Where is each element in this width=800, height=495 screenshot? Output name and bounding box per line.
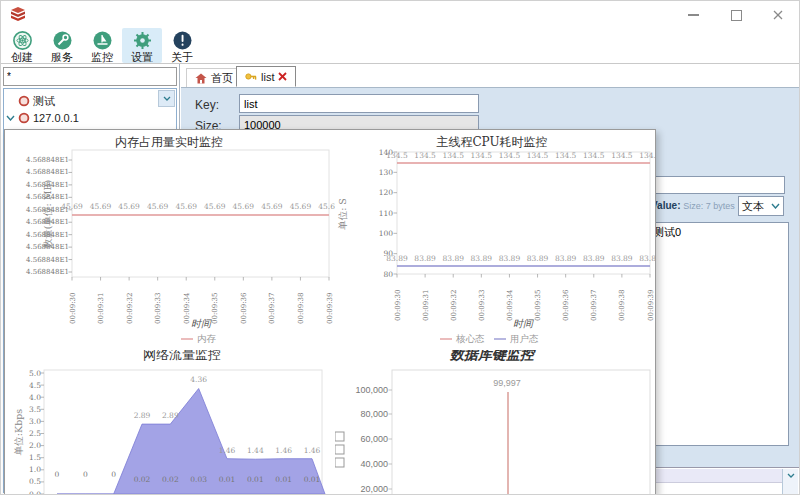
svg-text:45.69: 45.69 (204, 202, 226, 211)
toolbar-item-service[interactable]: 服务 (42, 28, 82, 63)
maximize-icon (731, 10, 742, 21)
svg-text:0.03: 0.03 (190, 475, 207, 484)
svg-text:00:09:39: 00:09:39 (326, 293, 334, 324)
svg-text:00:09:33: 00:09:33 (478, 290, 486, 321)
svg-text:用户态: 用户态 (510, 333, 539, 344)
tab-close-icon[interactable] (278, 72, 287, 81)
svg-text:单位: S: 单位: S (337, 198, 348, 231)
svg-text:1.46: 1.46 (275, 446, 292, 455)
toolbar-item-label: 创建 (2, 51, 42, 63)
chevron-down-icon (771, 203, 780, 209)
tree-item-127-0-0-1[interactable]: 127.0.0.1 (4, 110, 178, 126)
svg-text:内存占用量实时监控: 内存占用量实时监控 (115, 135, 223, 149)
svg-text:2.89: 2.89 (134, 411, 151, 420)
scroll-up-button[interactable] (783, 469, 798, 482)
toolbar-item-settings[interactable]: 设置 (122, 28, 162, 63)
svg-text:0: 0 (111, 470, 116, 479)
svg-text:时间: 时间 (513, 318, 534, 329)
svg-text:134.5: 134.5 (639, 151, 655, 160)
svg-text:83.89: 83.89 (414, 254, 436, 263)
minimize-icon (688, 14, 699, 16)
toolbar-item-label: 服务 (42, 51, 82, 63)
value-type-select[interactable]: 文本 (738, 196, 784, 216)
svg-text:1.5: 1.5 (29, 453, 41, 462)
svg-text:0.02: 0.02 (134, 475, 151, 484)
about-icon (172, 30, 193, 51)
svg-text:20,000: 20,000 (360, 484, 388, 494)
svg-text:2.0: 2.0 (29, 441, 41, 450)
svg-text:0.01: 0.01 (219, 475, 236, 484)
svg-text:4.0: 4.0 (29, 393, 41, 402)
svg-text:时间: 时间 (191, 318, 212, 329)
maximize-button[interactable] (722, 6, 750, 24)
close-button[interactable] (764, 6, 792, 24)
svg-text:130: 130 (379, 168, 394, 177)
svg-text:3.5: 3.5 (29, 405, 41, 414)
key-filter-input[interactable] (3, 67, 177, 86)
svg-text:134.5: 134.5 (499, 151, 521, 160)
svg-text:00:09:31: 00:09:31 (422, 290, 430, 321)
svg-text:0.01: 0.01 (275, 475, 292, 484)
svg-text:60,000: 60,000 (360, 434, 388, 444)
svg-text:4.5: 4.5 (29, 381, 41, 390)
tabbar: 首页 list (181, 65, 799, 88)
svg-text:1.0: 1.0 (29, 465, 41, 474)
svg-text:00:09:39: 00:09:39 (647, 290, 655, 321)
svg-text:40,000: 40,000 (360, 459, 388, 469)
value-type-selected: 文本 (742, 199, 764, 214)
svg-text:134.5: 134.5 (442, 151, 464, 160)
svg-text:00:09:36: 00:09:36 (240, 292, 248, 324)
svg-text:134.5: 134.5 (555, 151, 577, 160)
svg-text:00:09:36: 00:09:36 (562, 289, 570, 321)
tree-item-label: 测试 (33, 94, 55, 109)
redis-server-icon (18, 112, 30, 124)
monitor-charts: 内存占用量实时监控4.568848E14.568848E14.568848E14… (5, 130, 655, 495)
svg-text:0.02: 0.02 (162, 475, 179, 484)
bottom-scrollbar[interactable] (782, 469, 798, 495)
value-search-input[interactable] (649, 176, 785, 194)
monitor-window: 内存占用量实时监控4.568848E14.568848E14.568848E14… (4, 129, 656, 495)
toolbar-item-label: 关于 (162, 51, 202, 63)
toolbar-item-label: 设置 (122, 51, 162, 63)
toolbar-item-create[interactable]: 创建 (2, 28, 42, 63)
svg-text:4.36: 4.36 (190, 375, 207, 384)
svg-text:00:09:35: 00:09:35 (211, 293, 219, 324)
tree-item-label: 127.0.0.1 (33, 112, 79, 124)
svg-text:00:09:30: 00:09:30 (394, 290, 402, 321)
svg-text:0.01: 0.01 (247, 475, 264, 484)
svg-text:00:09:34: 00:09:34 (506, 289, 514, 321)
svg-text:99,997: 99,997 (493, 378, 521, 388)
toolbar-item-about[interactable]: 关于 (162, 28, 202, 63)
svg-text:1.46: 1.46 (304, 446, 321, 455)
svg-text:134.5: 134.5 (471, 151, 493, 160)
svg-text:3.0: 3.0 (29, 417, 41, 426)
minimize-button[interactable] (679, 6, 707, 24)
toolbar-item-label: 监控 (82, 51, 122, 63)
toolbar-item-monitor[interactable]: 监控 (82, 28, 122, 63)
svg-text:数量(单位: MB): 数量(单位: MB) (42, 180, 53, 248)
svg-text:数据库键监控: 数据库键监控 (449, 346, 536, 362)
svg-text:00:09:35: 00:09:35 (534, 290, 542, 321)
tab-home[interactable]: 首页 (186, 68, 242, 87)
tab-label: 首页 (211, 71, 233, 86)
svg-text:83.89: 83.89 (386, 254, 408, 263)
svg-text:83.89: 83.89 (639, 254, 655, 263)
home-icon (195, 73, 207, 84)
settings-gear-icon (132, 30, 153, 51)
svg-text:00:09:38: 00:09:38 (618, 290, 626, 321)
key-input[interactable] (239, 94, 479, 113)
svg-text:内存: 内存 (197, 333, 217, 344)
svg-text:00:09:38: 00:09:38 (297, 293, 305, 324)
svg-text:80: 80 (383, 270, 393, 279)
value-content-area[interactable]: 测试0 (649, 222, 789, 446)
close-icon (773, 10, 783, 20)
tree-item-test[interactable]: 测试 (4, 93, 190, 109)
svg-text:100: 100 (379, 229, 394, 238)
create-icon (12, 30, 33, 51)
svg-text:0.0: 0.0 (29, 490, 41, 495)
svg-text:00:09:37: 00:09:37 (590, 290, 598, 321)
svg-text:134.5: 134.5 (527, 151, 549, 160)
svg-text:1.46: 1.46 (219, 446, 236, 455)
tab-list[interactable]: list (236, 66, 296, 87)
svg-text:110: 110 (379, 209, 394, 218)
